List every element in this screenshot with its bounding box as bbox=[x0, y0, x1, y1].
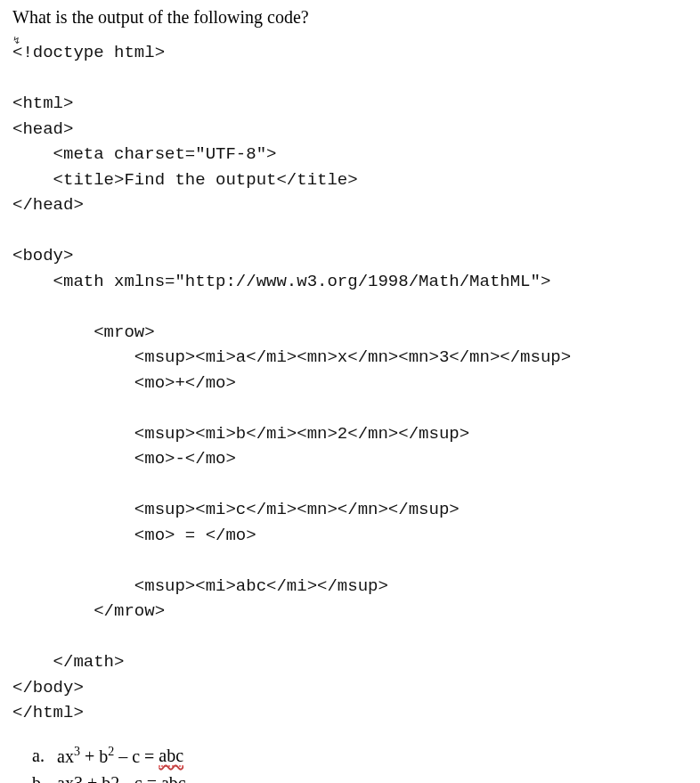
abc-underline: abc bbox=[161, 773, 186, 783]
option-b-text: ax3 + b2 - c = abc bbox=[57, 770, 186, 783]
option-b: b. ax3 + b2 - c = abc bbox=[32, 770, 688, 783]
option-letter: a. bbox=[32, 742, 57, 770]
question-text: What is the output of the following code… bbox=[12, 7, 688, 28]
option-letter: b. bbox=[32, 770, 57, 783]
code-block: <!doctype html> <html> <head> <meta char… bbox=[12, 40, 688, 726]
abc-underline: abc bbox=[159, 746, 183, 767]
option-a: a. ax3 + b2 – c = abc bbox=[32, 742, 688, 771]
option-a-text: ax3 + b2 – c = abc bbox=[57, 742, 183, 771]
answer-options: a. ax3 + b2 – c = abc b. ax3 + b2 - c = … bbox=[32, 742, 688, 784]
